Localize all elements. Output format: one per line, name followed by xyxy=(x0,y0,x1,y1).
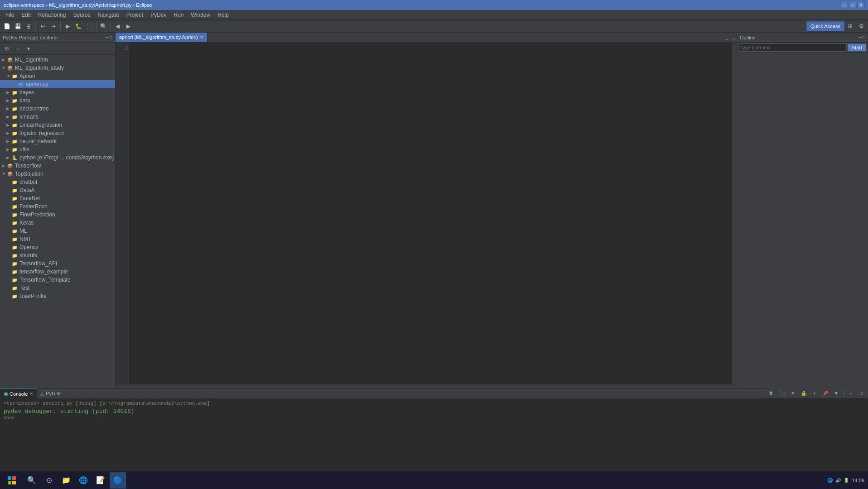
tree-item-linearregression[interactable]: ▶ 📁 LinearRegression xyxy=(0,121,115,129)
tree-item-facenet[interactable]: 📁 FaceNet xyxy=(0,194,115,202)
tb-stop[interactable]: ⬛ xyxy=(84,21,94,31)
tree-item-flowprediction[interactable]: 📁 FlowPrediction xyxy=(0,211,115,219)
taskbar-eclipse[interactable]: 🔵 xyxy=(110,472,126,489)
menu-file[interactable]: File xyxy=(2,10,18,20)
console-terminate[interactable]: ✕ xyxy=(788,388,798,398)
console-prompt[interactable]: >>> xyxy=(4,415,864,422)
tb-redo[interactable]: ↪ xyxy=(48,21,58,31)
tree-item-test[interactable]: 📁 Test xyxy=(0,284,115,292)
taskbar-chrome[interactable]: 🌐 xyxy=(75,472,92,489)
tb-settings[interactable]: ⚙ xyxy=(856,21,866,31)
tb-back[interactable]: ◀ xyxy=(112,21,122,31)
tree-item-tensorflow-template[interactable]: 📁 Tensorflow_Template xyxy=(0,276,115,284)
tree-item-apriori-py[interactable]: Py apriori.py xyxy=(0,80,115,88)
arrow-linearregression[interactable]: ▶ xyxy=(6,123,11,127)
console-options[interactable]: ▼ xyxy=(831,388,841,398)
menu-refactoring[interactable]: Refactoring xyxy=(34,10,69,20)
code-area[interactable] xyxy=(129,43,732,384)
tb-run[interactable]: ▶ xyxy=(63,21,72,31)
menu-navigate[interactable]: Navigate xyxy=(94,10,122,20)
taskbar-cortana[interactable]: ⊙ xyxy=(41,472,57,489)
editor-content[interactable]: 1 xyxy=(116,43,737,384)
console-content[interactable]: <terminated> apriori.py [debug] [e:\Prog… xyxy=(0,399,868,479)
editor-tab-minimize[interactable]: ─ xyxy=(723,37,730,42)
tb-search[interactable]: 🔍 xyxy=(98,21,108,31)
tb-forward[interactable]: ▶ xyxy=(123,21,133,31)
tree-item-ml-algorithm[interactable]: ▶ 📦 ML_algorithm xyxy=(0,56,115,64)
editor-tab-close[interactable]: ✕ xyxy=(200,35,203,40)
editor-tab-apriori[interactable]: apriori (ML_algorithm_study.Apriori) ✕ xyxy=(116,33,207,42)
console-new[interactable]: + xyxy=(810,388,820,398)
tree-item-topsolution[interactable]: ▼ 📦 TopSolution xyxy=(0,170,115,178)
arrow-tensorflow[interactable]: ▶ xyxy=(2,163,6,168)
tree-item-logistic-regression[interactable]: ▶ 📁 logistic_regression xyxy=(0,129,115,137)
tree-item-keras[interactable]: 📁 Keras xyxy=(0,219,115,227)
tree-item-python[interactable]: ▶ 🐍 python (e:\Progr ... conda3\python.e… xyxy=(0,153,115,162)
arrow-python[interactable]: ▶ xyxy=(6,155,11,160)
tree-item-decisiontree[interactable]: ▶ 📁 decisiontree xyxy=(0,105,115,113)
tb-perspectives[interactable]: ⊞ xyxy=(845,21,855,31)
menu-source[interactable]: Source xyxy=(69,10,94,20)
tree-item-apriori[interactable]: ▼ 📁 Apriori xyxy=(0,72,115,80)
tree-item-ml-algorithm-study[interactable]: ▼ 📦 ML_algorithm_study xyxy=(0,64,115,72)
outline-filter-input[interactable] xyxy=(739,43,847,52)
editor-tab-maximize[interactable]: □ xyxy=(730,37,737,42)
minimize-button[interactable]: ─ xyxy=(841,2,848,8)
console-min[interactable]: ─ xyxy=(845,388,855,398)
close-button[interactable]: ✕ xyxy=(857,2,864,8)
tree-item-dataa[interactable]: 📁 DataA xyxy=(0,186,115,194)
tree-item-shurufa[interactable]: 📁 shurufa xyxy=(0,251,115,259)
explorer-minimize[interactable]: ─ xyxy=(106,35,109,40)
editor-scrollbar[interactable] xyxy=(732,43,737,384)
arrow-kmeans[interactable]: ▶ xyxy=(6,115,11,119)
quick-access-button[interactable]: Quick Access xyxy=(806,21,844,31)
outline-minimize[interactable]: ─ xyxy=(858,35,862,40)
tree-item-nmt[interactable]: 📁 NMT xyxy=(0,235,115,243)
arrow-decisiontree[interactable]: ▶ xyxy=(6,106,11,111)
outline-maximize[interactable]: □ xyxy=(863,35,865,40)
taskbar-file-explorer[interactable]: 📁 xyxy=(58,472,74,489)
taskbar-start-button[interactable] xyxy=(4,472,20,489)
tree-item-data[interactable]: ▶ 📁 data xyxy=(0,96,115,105)
console-clear[interactable]: 🗑 xyxy=(766,388,776,398)
tree-item-utils[interactable]: ▶ 📁 utils xyxy=(0,145,115,153)
explorer-tree[interactable]: ▶ 📦 ML_algorithm ▼ 📦 ML_algorithm_study … xyxy=(0,55,115,388)
arrow-logistic-regression[interactable]: ▶ xyxy=(6,131,11,135)
console-pin[interactable]: 📌 xyxy=(820,388,830,398)
tb-debug[interactable]: 🐛 xyxy=(73,21,83,31)
tray-battery[interactable]: 🔋 xyxy=(843,477,850,484)
arrow-ml-algorithm-study[interactable]: ▼ xyxy=(2,66,6,70)
menu-help[interactable]: Help xyxy=(214,10,232,20)
arrow-bayes[interactable]: ▶ xyxy=(6,90,11,95)
taskbar-vscode[interactable]: 📝 xyxy=(92,472,109,489)
tray-network[interactable]: 🌐 xyxy=(826,477,834,484)
explorer-menu[interactable]: ▼ xyxy=(24,43,34,53)
console-stop[interactable]: ⬛ xyxy=(777,388,787,398)
tree-item-tensorflow-api[interactable]: 📁 Tensorflow_API xyxy=(0,259,115,268)
console-tab-console[interactable]: ▣ Console ✕ xyxy=(0,388,37,398)
tree-item-ml[interactable]: 📁 ML xyxy=(0,227,115,235)
console-max[interactable]: □ xyxy=(856,388,866,398)
outline-start-button[interactable]: Start xyxy=(848,43,866,52)
tb-undo[interactable]: ↩ xyxy=(38,21,48,31)
explorer-collapse-all[interactable]: ⊞ xyxy=(2,43,12,53)
console-tab-pyunit[interactable]: △ PyUnit xyxy=(37,388,64,398)
console-tab-console-close[interactable]: ✕ xyxy=(29,391,33,396)
tree-item-kmeans[interactable]: ▶ 📁 kmeans xyxy=(0,113,115,121)
explorer-maximize[interactable]: □ xyxy=(110,35,112,40)
menu-edit[interactable]: Edit xyxy=(18,10,34,20)
tree-item-opencv[interactable]: 📁 Opencv xyxy=(0,243,115,251)
console-scroll-lock[interactable]: 🔒 xyxy=(799,388,809,398)
tree-item-tensorflow[interactable]: ▶ 📦 Tensorflow xyxy=(0,162,115,170)
arrow-topsolution[interactable]: ▼ xyxy=(2,172,6,176)
arrow-utils[interactable]: ▶ xyxy=(6,147,11,152)
tb-new[interactable]: 📄 xyxy=(2,21,12,31)
tray-sound[interactable]: 🔊 xyxy=(834,477,842,484)
tree-item-bayes[interactable]: ▶ 📁 bayes xyxy=(0,88,115,96)
menu-window[interactable]: Window xyxy=(188,10,214,20)
arrow-neural-network[interactable]: ▶ xyxy=(6,139,11,144)
tree-item-fasterrcnn[interactable]: 📁 FasterRcnn xyxy=(0,202,115,211)
editor-hscroll[interactable] xyxy=(116,384,737,388)
menu-project[interactable]: Project xyxy=(123,10,147,20)
arrow-ml-algorithm[interactable]: ▶ xyxy=(2,58,6,62)
